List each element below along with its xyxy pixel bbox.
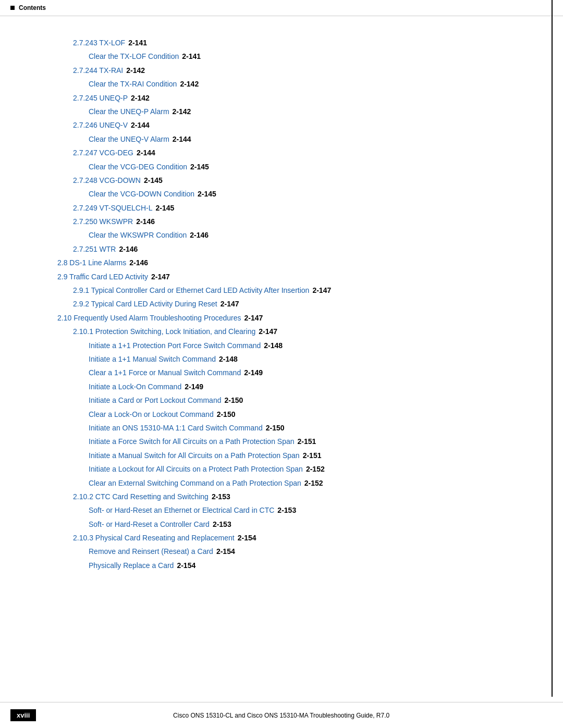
toc-page: 2-144 xyxy=(131,119,150,131)
toc-entry: Clear the WKSWPR Condition2-146 xyxy=(42,229,521,241)
toc-main-content: 2.7.243 TX-LOF2-141Clear the TX-LOF Cond… xyxy=(0,16,563,615)
toc-entry: 2.10 Frequently Used Alarm Troubleshooti… xyxy=(42,312,521,324)
toc-page: 2-146 xyxy=(190,229,209,241)
toc-entry: 2.7.251 WTR2-146 xyxy=(42,243,521,255)
toc-entry: Clear an External Switching Command on a… xyxy=(42,477,521,489)
toc-entry: 2.7.247 VCG-DEG2-144 xyxy=(42,147,521,158)
toc-entry: Clear the UNEQ-V Alarm2-144 xyxy=(42,133,521,145)
toc-page: 2-148 xyxy=(219,353,238,365)
toc-entry: 2.7.243 TX-LOF2-141 xyxy=(42,37,521,48)
toc-page: 2-147 xyxy=(244,312,263,324)
toc-page: 2-145 xyxy=(144,175,163,186)
toc-entry: Initiate an ONS 15310-MA 1:1 Card Switch… xyxy=(42,422,521,434)
toc-page: 2-150 xyxy=(266,422,285,434)
toc-entry: Initiate a 1+1 Protection Port Force Swi… xyxy=(42,340,521,351)
toc-link[interactable]: 2.7.245 UNEQ-P xyxy=(73,92,128,104)
bottom-left: xviii xyxy=(10,709,36,721)
toc-link[interactable]: Initiate a 1+1 Protection Port Force Swi… xyxy=(89,340,261,351)
toc-link[interactable]: 2.10 Frequently Used Alarm Troubleshooti… xyxy=(57,312,241,324)
toc-link[interactable]: Clear a 1+1 Force or Manual Switch Comma… xyxy=(89,367,241,378)
toc-link[interactable]: Initiate a Force Switch for All Circuits… xyxy=(89,436,295,447)
toc-link[interactable]: Soft- or Hard-Reset a Controller Card xyxy=(89,519,210,530)
toc-link[interactable]: Clear the VCG-DOWN Condition xyxy=(89,188,194,200)
toc-entry: Initiate a Force Switch for All Circuits… xyxy=(42,436,521,447)
toc-entry: Clear a Lock-On or Lockout Command2-150 xyxy=(42,409,521,420)
toc-link[interactable]: 2.10.2 CTC Card Resetting and Switching xyxy=(73,491,209,502)
toc-link[interactable]: Initiate a Manual Switch for All Circuit… xyxy=(89,450,300,461)
toc-link[interactable]: Clear the UNEQ-P Alarm xyxy=(89,106,169,117)
top-bar-label: Contents xyxy=(19,4,46,11)
toc-link[interactable]: Clear an External Switching Command on a… xyxy=(89,477,301,489)
right-border xyxy=(552,0,553,697)
toc-link[interactable]: Initiate a Card or Port Lockout Command xyxy=(89,394,221,406)
toc-link[interactable]: Clear the UNEQ-V Alarm xyxy=(89,133,169,145)
toc-link[interactable]: Soft- or Hard-Reset an Ethernet or Elect… xyxy=(89,504,274,516)
toc-link[interactable]: 2.8 DS-1 Line Alarms xyxy=(57,257,126,268)
toc-entry: 2.7.250 WKSWPR2-146 xyxy=(42,216,521,227)
toc-link[interactable]: 2.7.246 UNEQ-V xyxy=(73,119,128,131)
page-badge: xviii xyxy=(10,709,36,721)
toc-page: 2-146 xyxy=(136,216,155,227)
toc-entry: Clear a 1+1 Force or Manual Switch Comma… xyxy=(42,367,521,378)
toc-page: 2-142 xyxy=(131,92,150,104)
toc-entry: Initiate a Manual Switch for All Circuit… xyxy=(42,450,521,461)
toc-page: 2-145 xyxy=(190,161,209,172)
toc-page: 2-148 xyxy=(264,340,283,351)
toc-entry: Initiate a Lock-On Command2-149 xyxy=(42,381,521,392)
toc-page: 2-149 xyxy=(185,381,203,392)
toc-link[interactable]: Initiate a Lock-On Command xyxy=(89,381,181,392)
toc-page: 2-150 xyxy=(217,409,236,420)
toc-link[interactable]: Initiate a 1+1 Manual Switch Command xyxy=(89,353,216,365)
toc-link[interactable]: 2.10.1 Protection Switching, Lock Initia… xyxy=(73,326,255,337)
toc-page: 2-151 xyxy=(298,436,316,447)
toc-link[interactable]: 2.7.243 TX-LOF xyxy=(73,37,125,48)
toc-page: 2-152 xyxy=(306,463,325,475)
toc-page: 2-149 xyxy=(244,367,263,378)
toc-link[interactable]: 2.10.3 Physical Card Reseating and Repla… xyxy=(73,532,235,544)
toc-entry: 2.10.2 CTC Card Resetting and Switching2… xyxy=(42,491,521,502)
toc-page: 2-151 xyxy=(303,450,322,461)
toc-entry: Soft- or Hard-Reset an Ethernet or Elect… xyxy=(42,504,521,516)
page-container: Contents 2.7.243 TX-LOF2-141Clear the TX… xyxy=(0,0,563,728)
toc-page: 2-146 xyxy=(129,257,148,268)
toc-entry: Initiate a 1+1 Manual Switch Command2-14… xyxy=(42,353,521,365)
top-bar: Contents xyxy=(0,0,563,16)
toc-link[interactable]: 2.7.247 VCG-DEG xyxy=(73,147,133,158)
toc-entry: 2.7.248 VCG-DOWN2-145 xyxy=(42,175,521,186)
toc-entry: Clear the VCG-DEG Condition2-145 xyxy=(42,161,521,172)
toc-link[interactable]: Initiate an ONS 15310-MA 1:1 Card Switch… xyxy=(89,422,263,434)
toc-entry: Clear the TX-RAI Condition2-142 xyxy=(42,78,521,90)
toc-page: 2-147 xyxy=(151,271,170,282)
toc-page: 2-153 xyxy=(212,491,230,502)
toc-link[interactable]: Clear a Lock-On or Lockout Command xyxy=(89,409,214,420)
toc-entry: 2.7.245 UNEQ-P2-142 xyxy=(42,92,521,104)
toc-entry: Initiate a Lockout for All Circuits on a… xyxy=(42,463,521,475)
toc-page: 2-141 xyxy=(128,37,147,48)
toc-entry: Clear the VCG-DOWN Condition2-145 xyxy=(42,188,521,200)
toc-link[interactable]: Remove and Reinsert (Reseat) a Card xyxy=(89,546,213,557)
toc-link[interactable]: Clear the TX-LOF Condition xyxy=(89,51,179,62)
toc-link[interactable]: 2.7.251 WTR xyxy=(73,243,116,255)
toc-link[interactable]: Physically Replace a Card xyxy=(89,560,174,571)
bottom-bar: xviii Cisco ONS 15310-CL and Cisco ONS 1… xyxy=(0,702,563,728)
toc-link[interactable]: 2.9.2 Typical Card LED Activity During R… xyxy=(73,298,217,310)
toc-entry: 2.10.3 Physical Card Reseating and Repla… xyxy=(42,532,521,544)
toc-page: 2-142 xyxy=(126,65,145,76)
toc-link[interactable]: Clear the WKSWPR Condition xyxy=(89,229,187,241)
toc-link[interactable]: Clear the VCG-DEG Condition xyxy=(89,161,187,172)
toc-entry: 2.7.249 VT-SQUELCH-L2-145 xyxy=(42,202,521,214)
top-bar-bullet xyxy=(10,6,15,10)
toc-link[interactable]: 2.7.249 VT-SQUELCH-L xyxy=(73,202,153,214)
footer-center-text: Cisco ONS 15310-CL and Cisco ONS 15310-M… xyxy=(36,712,527,719)
toc-link[interactable]: 2.7.250 WKSWPR xyxy=(73,216,133,227)
toc-link[interactable]: 2.9.1 Typical Controller Card or Etherne… xyxy=(73,285,309,296)
toc-page: 2-147 xyxy=(259,326,277,337)
toc-page: 2-154 xyxy=(238,532,256,544)
toc-link[interactable]: Clear the TX-RAI Condition xyxy=(89,78,177,90)
toc-link[interactable]: 2.9 Traffic Card LED Activity xyxy=(57,271,148,282)
toc-entry: Initiate a Card or Port Lockout Command2… xyxy=(42,394,521,406)
toc-link[interactable]: 2.7.248 VCG-DOWN xyxy=(73,175,141,186)
toc-link[interactable]: 2.7.244 TX-RAI xyxy=(73,65,123,76)
toc-link[interactable]: Initiate a Lockout for All Circuits on a… xyxy=(89,463,303,475)
toc-page: 2-144 xyxy=(137,147,155,158)
